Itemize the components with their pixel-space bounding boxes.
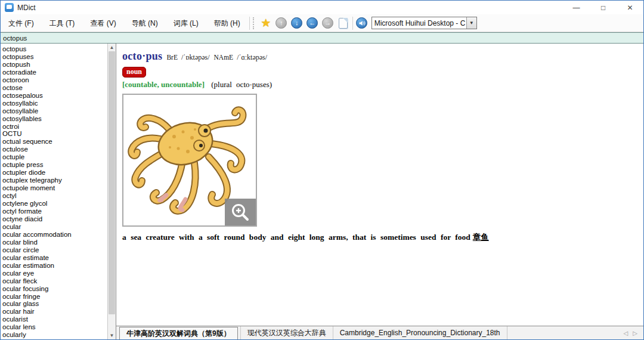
tab-scroll-arrows: ◁ ▷	[621, 326, 643, 339]
headword: octo·pus	[122, 50, 162, 63]
list-item[interactable]: octopuses	[1, 53, 107, 61]
list-item[interactable]: octupole moment	[1, 184, 107, 192]
favorites-star-icon[interactable]: ★	[259, 16, 273, 30]
scrollbar-down-icon[interactable]: ▼	[108, 332, 116, 339]
name-ipa: /ˈɑːktəpəs/	[237, 53, 267, 62]
tab-scroll-right-icon[interactable]: ▷	[630, 330, 640, 336]
scroll-down-icon[interactable]: ↓	[290, 16, 304, 30]
scrollbar-up-icon[interactable]: ▲	[108, 44, 116, 51]
tab-scroll-left-icon[interactable]: ◁	[621, 330, 631, 336]
list-item[interactable]: octopus	[1, 45, 107, 53]
list-item[interactable]: octoroon	[1, 76, 107, 84]
list-item[interactable]: ocularist	[1, 316, 107, 323]
list-item[interactable]: octosyllables	[1, 115, 107, 123]
menu-item-1[interactable]: 工具 (T)	[42, 14, 83, 32]
window-controls: — □ ✕	[563, 1, 643, 14]
mdict-window: MDict — □ ✕ 文件 (F)工具 (T)查看 (V)导航 (N)词库 (…	[0, 0, 644, 340]
list-item[interactable]: ocular	[1, 223, 107, 231]
list-item[interactable]: octosepalous	[1, 92, 107, 100]
list-item[interactable]: ocular circle	[1, 246, 107, 254]
list-item[interactable]: octroi	[1, 123, 107, 131]
speaker-icon[interactable]	[355, 16, 369, 30]
dictionary-entry: octo·pus BrE /ˈɒktəpəs/ NAmE /ˈɑːktəpəs/…	[116, 44, 643, 326]
menu-item-3[interactable]: 导航 (N)	[124, 14, 166, 32]
clipboard-icon[interactable]	[336, 16, 351, 30]
list-item[interactable]: octopush	[1, 61, 107, 69]
chevron-down-icon[interactable]: ▼	[466, 17, 476, 29]
history-back-icon[interactable]: ←	[305, 16, 320, 30]
dictionary-tab-2[interactable]: Cambridge_English_Pronouncing_Dictionary…	[333, 326, 507, 339]
window-title: MDict	[17, 4, 36, 12]
zoom-image-icon[interactable]	[225, 199, 256, 225]
list-item[interactable]: octulose	[1, 146, 107, 153]
grammar-label: [countable, uncountable]	[122, 80, 205, 89]
headword-line: octo·pus BrE /ˈɒktəpəs/ NAmE /ˈɑːktəpəs/	[122, 50, 643, 63]
definition-text: a sea creature with a soft round body an…	[122, 232, 643, 243]
search-input[interactable]	[1, 33, 643, 43]
menu-bar: 文件 (F)工具 (T)查看 (V)导航 (N)词库 (L)帮助 (H)	[1, 14, 248, 32]
dictionary-tab-bar: 牛津高阶英汉双解词典（第9版）现代英汉汉英综合大辞典Cambridge_Engl…	[116, 326, 643, 339]
list-item[interactable]: ocular lens	[1, 323, 107, 331]
list-item[interactable]: octoradiate	[1, 69, 107, 76]
list-item[interactable]: octyne diacid	[1, 215, 107, 223]
sidebar: octopusoctopusesoctopushoctoradiateoctor…	[1, 44, 116, 339]
list-item[interactable]: octosyllabic	[1, 100, 107, 107]
grammar-line: [countable, uncountable] (plural octo·pu…	[122, 80, 643, 89]
list-item[interactable]: octosyllable	[1, 107, 107, 115]
list-item[interactable]: octyl formate	[1, 208, 107, 215]
octopus-image[interactable]	[122, 94, 257, 227]
list-item[interactable]: octual sequence	[1, 138, 107, 146]
chinese-translation-link[interactable]: 章鱼	[473, 233, 489, 242]
list-item[interactable]: ocular fringe	[1, 293, 107, 301]
toolbar-grip[interactable]	[253, 17, 255, 29]
tts-voice-value: Microsoft Huihui Desktop - C	[372, 19, 466, 27]
menu-item-2[interactable]: 查看 (V)	[82, 14, 123, 32]
list-item[interactable]: ocular estimate	[1, 254, 107, 262]
list-item[interactable]: OCTU	[1, 130, 107, 138]
entry-pane: octo·pus BrE /ˈɒktəpəs/ NAmE /ˈɑːktəpəs/…	[116, 44, 643, 339]
main-area: octopusoctopusesoctopushoctoradiateoctor…	[1, 44, 643, 339]
list-item[interactable]: octupler diode	[1, 169, 107, 177]
list-item[interactable]: ocular glass	[1, 300, 107, 308]
scroll-up-icon[interactable]: ↑	[274, 16, 289, 30]
sidebar-scrollbar[interactable]: ▲ ▼	[108, 44, 116, 339]
list-item[interactable]: ocular blind	[1, 239, 107, 246]
list-item[interactable]: ocular fleck	[1, 277, 107, 285]
minimize-button[interactable]: —	[563, 1, 590, 14]
pos-badge: noun	[122, 67, 146, 78]
tts-voice-select[interactable]: Microsoft Huihui Desktop - C ▼	[371, 17, 477, 29]
bre-ipa: /ˈɒktəpəs/	[181, 53, 210, 62]
menu-item-4[interactable]: 词库 (L)	[166, 14, 206, 32]
menu-item-5[interactable]: 帮助 (H)	[206, 14, 248, 32]
title-bar: MDict — □ ✕	[1, 1, 643, 14]
toolbar-separator-2	[352, 17, 353, 30]
history-forward-icon[interactable]: →	[321, 16, 335, 30]
close-button[interactable]: ✕	[617, 1, 643, 14]
toolbar-separator	[249, 17, 250, 30]
scrollbar-thumb[interactable]	[109, 51, 115, 314]
name-label: NAmE	[214, 54, 234, 61]
list-item[interactable]: ocular accommodation	[1, 231, 107, 239]
plural-form: (plural octo·puses)	[211, 80, 272, 89]
list-item[interactable]: ocular focusing	[1, 285, 107, 293]
list-item[interactable]: ocular eye	[1, 270, 107, 277]
list-item[interactable]: octose	[1, 84, 107, 92]
app-icon	[5, 3, 14, 12]
search-bar	[1, 32, 643, 44]
word-list: octopusoctopusesoctopushoctoradiateoctor…	[1, 44, 108, 339]
list-item[interactable]: ocularly	[1, 331, 107, 339]
list-item[interactable]: octuple	[1, 153, 107, 161]
maximize-button[interactable]: □	[590, 1, 617, 14]
list-item[interactable]: octuple press	[1, 161, 107, 169]
dictionary-tab-1[interactable]: 现代英汉汉英综合大辞典	[240, 326, 333, 339]
list-item[interactable]: ocular hair	[1, 308, 107, 316]
list-item[interactable]: octylene glycol	[1, 200, 107, 208]
dictionary-tab-0[interactable]: 牛津高阶英汉双解词典（第9版）	[119, 327, 238, 339]
menu-toolbar-row: 文件 (F)工具 (T)查看 (V)导航 (N)词库 (L)帮助 (H) ★ ↑…	[1, 14, 643, 32]
list-item[interactable]: octyl	[1, 192, 107, 200]
bre-label: BrE	[166, 54, 178, 61]
list-item[interactable]: ocular estimation	[1, 262, 107, 270]
list-item[interactable]: octuplex telegraphy	[1, 177, 107, 184]
menu-item-0[interactable]: 文件 (F)	[1, 14, 42, 32]
